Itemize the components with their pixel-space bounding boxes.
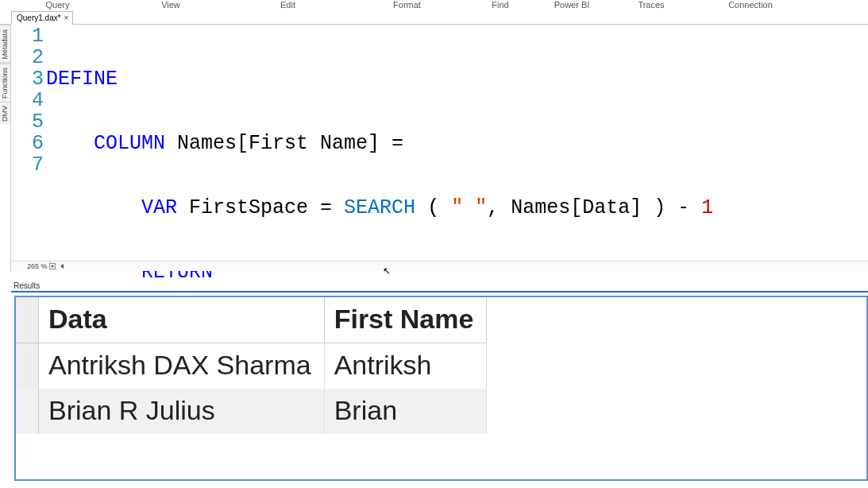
code-text: Names[First Name] <box>165 132 392 155</box>
document-tab[interactable]: Query1.dax* × <box>11 11 73 25</box>
indent <box>46 196 141 219</box>
line-number: 3 <box>11 68 44 90</box>
menu-power-bi[interactable]: Power BI <box>536 0 608 10</box>
func-search: SEARCH <box>344 196 415 219</box>
space <box>332 196 344 219</box>
menu-view[interactable]: View <box>115 0 226 10</box>
column-header[interactable]: First Name <box>324 297 487 343</box>
line-number: 1 <box>11 25 44 47</box>
table-cell[interactable]: Antriksh <box>324 343 487 389</box>
keyword-define: DEFINE <box>46 68 118 91</box>
table-cell[interactable]: Brian <box>324 389 487 434</box>
column-header[interactable]: Data <box>39 297 325 343</box>
table-row[interactable]: Brian R JuliusBrian <box>16 389 487 434</box>
menu-query[interactable]: Query <box>0 0 115 10</box>
tab-bar: Query1.dax* × <box>0 11 868 25</box>
zoom-dropdown-icon[interactable] <box>49 263 56 269</box>
tab-title: Query1.dax* <box>17 14 61 22</box>
sidetab-metadata[interactable]: Metadata <box>0 25 10 64</box>
menu-format[interactable]: Format <box>349 0 465 10</box>
menu-connection[interactable]: Connection <box>695 0 806 10</box>
row-number-header <box>16 297 39 343</box>
menu-edit[interactable]: Edit <box>226 0 349 10</box>
menu-bar: QueryViewEditFormatFindPower BITracesCon… <box>0 0 868 12</box>
table-row[interactable]: Antriksh DAX SharmaAntriksh <box>16 343 487 389</box>
zoom-arrow-icon[interactable] <box>60 264 64 269</box>
op-minus: - <box>677 196 689 219</box>
code-text: ( <box>415 196 451 219</box>
menu-traces[interactable]: Traces <box>608 0 695 10</box>
side-panel-tabs: MetadataFunctionsDMV <box>0 25 11 272</box>
sidetab-dmv[interactable]: DMV <box>0 102 10 125</box>
line-number: 7 <box>11 154 44 176</box>
line-number: 4 <box>11 90 44 111</box>
line-number: 5 <box>11 111 44 133</box>
results-label: Results <box>11 281 42 291</box>
string-literal: " " <box>451 196 487 219</box>
space <box>689 196 701 219</box>
row-number-cell <box>16 389 39 434</box>
table-cell[interactable]: Brian R Julius <box>39 389 325 434</box>
line-number: 2 <box>11 47 44 68</box>
sidetab-functions[interactable]: Functions <box>0 64 10 102</box>
line-number: 6 <box>11 133 44 154</box>
code-text: , Names[Data] ) <box>487 196 677 219</box>
op-eq: = <box>392 132 403 155</box>
code-editor[interactable]: 1234567 DEFINE COLUMN Names[First Name] … <box>11 25 868 261</box>
row-number-cell <box>16 343 39 389</box>
zoom-bar: 265 % <box>11 261 868 271</box>
keyword-column: COLUMN <box>94 132 165 155</box>
code-area[interactable]: DEFINE COLUMN Names[First Name] = VAR Fi… <box>46 25 868 261</box>
indent <box>46 132 94 155</box>
results-panel: Data First Name Antriksh DAX SharmaAntri… <box>11 291 868 481</box>
menu-find[interactable]: Find <box>465 0 536 10</box>
op-eq: = <box>320 196 332 219</box>
keyword-var: VAR <box>141 196 177 219</box>
code-text: FirstSpace <box>177 196 320 219</box>
number-literal: 1 <box>701 196 713 219</box>
table-cell[interactable]: Antriksh DAX Sharma <box>39 343 325 389</box>
close-icon[interactable]: × <box>64 14 69 22</box>
results-table[interactable]: Data First Name Antriksh DAX SharmaAntri… <box>16 297 487 434</box>
results-header-row: Data First Name <box>16 297 487 343</box>
line-number-gutter: 1234567 <box>11 25 46 261</box>
zoom-value: 265 % <box>27 262 48 270</box>
